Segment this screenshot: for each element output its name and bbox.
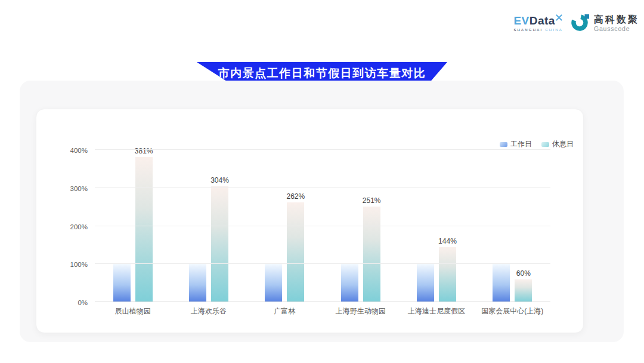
- bar-group: 144%: [398, 150, 474, 302]
- plot-area: 381%304%262%251%144%60% 辰山植物园上海欢乐谷广富林上海野…: [95, 150, 550, 302]
- bar-workday[interactable]: [265, 264, 282, 302]
- bar-group: 251%: [323, 150, 398, 302]
- chart-card: 工作日休息日 381%304%262%251%144%60% 辰山植物园上海欢乐…: [36, 109, 584, 333]
- evdata-subtext: SHANGHAI CHINA: [513, 28, 563, 32]
- evdata-x-icon: [556, 13, 562, 23]
- y-tick-label: 100%: [36, 261, 88, 268]
- bar-workday[interactable]: [341, 264, 358, 302]
- page-title: 市内景点工作日和节假日到访车量对比: [218, 66, 426, 81]
- y-tick-label: 200%: [36, 223, 88, 230]
- legend-swatch-icon: [541, 142, 549, 147]
- page: EVData SHANGHAI CHINA 高科数聚 Gausscode: [0, 0, 644, 363]
- bar-restday[interactable]: 60%: [515, 279, 532, 302]
- evdata-logo: EVData SHANGHAI CHINA: [513, 15, 563, 32]
- gausscode-logo: 高科数聚 Gausscode: [571, 12, 639, 35]
- gausscode-text: 高科数聚 Gausscode: [594, 14, 639, 32]
- gausscode-g-icon: [571, 12, 590, 35]
- bar-value-label: 251%: [363, 196, 381, 205]
- bar-workday[interactable]: [493, 264, 510, 302]
- bar-value-label: 304%: [210, 176, 229, 184]
- gridline: [95, 302, 550, 302]
- x-tick-label: 辰山植物园: [95, 306, 171, 316]
- bands: 381%304%262%251%144%60%: [95, 150, 550, 302]
- gausscode-en-name: Gausscode: [594, 25, 639, 32]
- bar-group: 262%: [247, 150, 323, 302]
- legend-item[interactable]: 休息日: [541, 139, 574, 149]
- bar-restday[interactable]: 262%: [287, 202, 304, 302]
- legend-item[interactable]: 工作日: [500, 139, 532, 149]
- bar-restday[interactable]: 251%: [363, 207, 380, 302]
- y-tick-label: 400%: [36, 147, 88, 154]
- bar-value-label: 144%: [438, 237, 457, 245]
- x-tick-label: 上海迪士尼度假区: [398, 306, 474, 316]
- y-tick-label: 0%: [36, 299, 88, 306]
- legend-swatch-icon: [500, 142, 507, 147]
- bar-restday[interactable]: 304%: [211, 186, 228, 302]
- gridline: [95, 149, 550, 150]
- x-tick-label: 国家会展中心(上海): [475, 306, 550, 316]
- bar-group: 60%: [475, 150, 550, 302]
- bar-workday[interactable]: [417, 264, 434, 302]
- bar-value-label: 262%: [286, 192, 305, 201]
- gridline: [95, 263, 550, 264]
- evdata-data-text: Data: [530, 15, 555, 26]
- bar-restday[interactable]: 381%: [135, 157, 153, 302]
- x-tick-label: 上海野生动物园: [323, 306, 398, 316]
- header-logos: EVData SHANGHAI CHINA 高科数聚 Gausscode: [513, 12, 639, 35]
- bar-value-label: 381%: [135, 147, 153, 155]
- x-tick-label: 上海欢乐谷: [171, 306, 246, 316]
- legend: 工作日休息日: [500, 139, 574, 149]
- x-tick-label: 广富林: [247, 306, 323, 316]
- bar-value-label: 60%: [516, 269, 531, 278]
- gridline: [95, 187, 550, 188]
- gridline: [95, 226, 550, 226]
- bar-group: 381%: [95, 150, 171, 302]
- x-labels: 辰山植物园上海欢乐谷广富林上海野生动物园上海迪士尼度假区国家会展中心(上海): [95, 306, 550, 316]
- legend-label: 工作日: [510, 139, 532, 149]
- bar-group: 304%: [171, 150, 246, 302]
- gausscode-cn-name: 高科数聚: [594, 14, 639, 25]
- evdata-wordmark: EVData: [513, 15, 563, 26]
- y-tick-label: 300%: [36, 185, 88, 192]
- evdata-ev-text: EV: [513, 15, 529, 26]
- bar-restday[interactable]: 144%: [439, 247, 456, 302]
- legend-label: 休息日: [552, 139, 574, 149]
- chart-panel: 工作日休息日 381%304%262%251%144%60% 辰山植物园上海欢乐…: [20, 81, 624, 342]
- bar-workday[interactable]: [113, 264, 131, 302]
- bar-workday[interactable]: [189, 264, 206, 302]
